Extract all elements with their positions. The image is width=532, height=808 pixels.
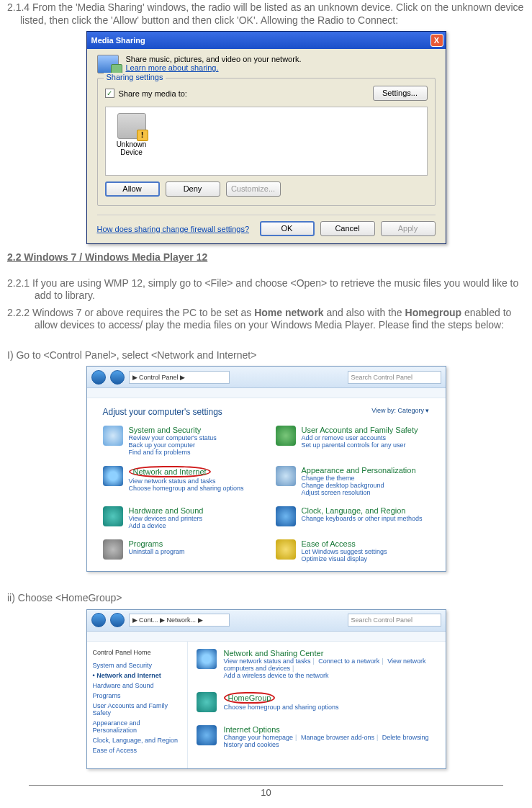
step-2-2-1: 2.2.1 If you are using WMP 12, simply go… (7, 277, 525, 302)
device-icon (117, 113, 146, 139)
text-bold: Home network (254, 307, 323, 318)
homegroup[interactable]: HomeGroup Choose homegroup and sharing o… (197, 692, 437, 712)
cancel-button[interactable]: Cancel (320, 221, 375, 236)
cp-item-sub[interactable]: Set up parental controls for any user (302, 441, 418, 449)
network-sharing-center[interactable]: Network and Sharing Center View network … (197, 649, 437, 679)
sidebar-item[interactable]: Appearance and Personalization (93, 718, 181, 735)
sidebar-item[interactable]: Programs (93, 691, 181, 701)
cp-item-clock-language[interactable]: Clock, Language, and Region Change keybo… (276, 506, 430, 529)
allow-button[interactable]: Allow (105, 181, 160, 197)
sidebar-item[interactable]: Ease of Access (93, 745, 181, 755)
dialog-title: Media Sharing (91, 36, 145, 45)
network-internet-window: ▶ Cont... ▶ Network... ▶ Search Control … (86, 609, 446, 769)
item-sub[interactable]: Manage browser add-ons (301, 734, 374, 741)
cp-item-system-security[interactable]: System and Security Review your computer… (103, 426, 257, 456)
cp-item-sub[interactable]: Change desktop background (302, 482, 416, 489)
firewall-link[interactable]: How does sharing change firewall setting… (97, 225, 250, 233)
text: 2.2.2 Windows 7 or above requires the PC… (7, 307, 254, 318)
cp-item-hardware-sound[interactable]: Hardware and Sound View devices and prin… (103, 506, 257, 529)
cp-item-sub[interactable]: Review your computer's status (129, 434, 217, 441)
forward-button[interactable] (110, 370, 125, 385)
item-sub[interactable]: Connect to a network (318, 657, 379, 665)
unknown-device-item[interactable]: Unknown Device (112, 113, 152, 156)
item-sub[interactable]: Add a wireless device to the network (224, 672, 329, 679)
cp-item-sub[interactable]: Optimize visual display (302, 555, 387, 562)
cp-item-sub[interactable]: Add or remove user accounts (302, 434, 418, 441)
address-bar[interactable]: ▶ Control Panel ▶ (129, 371, 230, 384)
learn-more-link[interactable]: Learn more about sharing. (126, 63, 219, 72)
window-toolbar: ▶ Cont... ▶ Network... ▶ Search Control … (87, 610, 446, 632)
item-title: HomeGroup (224, 692, 339, 704)
view-by-dropdown[interactable]: View by: Category ▾ (371, 407, 429, 417)
cp-item-sub[interactable]: Let Windows suggest settings (302, 548, 387, 555)
cp-item-title: Network and Internet (129, 467, 211, 476)
step-i: I) Go to <Control Panel>, select <Networ… (7, 349, 525, 362)
cp-item-sub[interactable]: Uninstall a program (129, 548, 185, 555)
search-field[interactable]: Search Control Panel (348, 614, 441, 627)
cp-item-sub[interactable]: Choose homegroup and sharing options (129, 485, 244, 492)
cp-item-sub[interactable]: Change keyboards or other input methods (302, 515, 423, 522)
figure-network-internet: ▶ Cont... ▶ Network... ▶ Search Control … (7, 609, 525, 769)
cp-item-title: Appearance and Personalization (302, 466, 416, 475)
device-list[interactable]: Unknown Device (105, 107, 428, 176)
cp-item-sub[interactable]: View network status and tasks (129, 477, 244, 485)
cp-item-title: Hardware and Sound (129, 506, 204, 515)
item-sub[interactable]: View network status and tasks (224, 657, 311, 665)
sidebar-item[interactable]: System and Security (93, 660, 181, 670)
close-icon[interactable]: X (430, 34, 443, 47)
cp-heading: Adjust your computer's settings (103, 407, 222, 417)
cp-item-title: User Accounts and Family Safety (302, 426, 418, 434)
cp-item-sub[interactable]: Change the theme (302, 475, 416, 482)
globe-icon (103, 466, 123, 486)
settings-button[interactable]: Settings... (373, 86, 428, 101)
control-panel-window: ▶ Control Panel ▶ Search Control Panel A… (86, 366, 446, 572)
forward-button[interactable] (110, 613, 125, 627)
sidebar-header: Control Panel Home (93, 649, 181, 656)
address-bar[interactable]: ▶ Cont... ▶ Network... ▶ (129, 614, 230, 627)
window-toolbar: ▶ Control Panel ▶ Search Control Panel (87, 367, 446, 388)
dialog-titlebar: Media Sharing X (87, 32, 446, 49)
cp-item-user-accounts[interactable]: User Accounts and Family Safety Add or r… (276, 426, 430, 456)
sidebar-item[interactable]: Clock, Language, and Region (93, 735, 181, 745)
item-sub[interactable]: Change your homepage (224, 734, 294, 741)
monitor-icon (276, 466, 296, 486)
page-number: 10 (29, 785, 503, 798)
text-bold: Homegroup (405, 307, 462, 318)
sidebar-item-selected[interactable]: Network and Internet (93, 670, 181, 681)
step-2-1-4: 2.1.4 From the 'Media Sharing' windows, … (7, 1, 525, 27)
clock-icon (276, 506, 296, 526)
apply-button[interactable]: Apply (381, 221, 436, 236)
cp-item-sub[interactable]: Back up your computer (129, 441, 217, 449)
item-title: Internet Options (224, 725, 437, 734)
search-field[interactable]: Search Control Panel (348, 371, 441, 384)
cp-item-network-internet[interactable]: Network and Internet View network status… (103, 466, 257, 496)
media-sharing-dialog: Media Sharing X Share music, pictures, a… (86, 31, 446, 244)
customize-button[interactable]: Customize... (226, 181, 281, 197)
sharing-settings-group: Sharing settings ✓ Share my media to: Se… (97, 78, 436, 206)
cp-item-title: System and Security (129, 426, 202, 434)
cp-item-sub[interactable]: Adjust screen resolution (302, 489, 416, 496)
cp-item-title: Programs (129, 539, 163, 548)
sidebar-item[interactable]: Hardware and Sound (93, 681, 181, 691)
deny-button[interactable]: Deny (166, 181, 220, 197)
cp-item-sub[interactable]: View devices and printers (129, 515, 204, 522)
red-circle-highlight: HomeGroup (224, 692, 276, 704)
internet-options[interactable]: Internet Options Change your homepage| M… (197, 725, 437, 748)
item-title: Network and Sharing Center (224, 649, 437, 657)
cp-item-ease-access[interactable]: Ease of Access Let Windows suggest setti… (276, 539, 430, 562)
back-button[interactable] (91, 370, 106, 385)
cp-item-programs[interactable]: Programs Uninstall a program (103, 539, 257, 562)
back-button[interactable] (91, 613, 106, 627)
cp-item-title: Clock, Language, and Region (302, 506, 406, 515)
cp-item-sub[interactable]: Find and fix problems (129, 449, 217, 456)
users-icon (276, 426, 296, 446)
ok-button[interactable]: OK (260, 221, 315, 236)
sidebar-item[interactable]: User Accounts and Family Safety (93, 701, 181, 718)
text: and also with the (324, 307, 405, 318)
media-icon (97, 55, 119, 73)
cp-item-appearance[interactable]: Appearance and Personalization Change th… (276, 466, 430, 496)
dialog-blurb: Share music, pictures, and video on your… (126, 55, 302, 63)
cp-item-sub[interactable]: Add a device (129, 522, 204, 529)
share-media-checkbox[interactable]: ✓ Share my media to: (105, 89, 187, 98)
item-sub[interactable]: Choose homegroup and sharing options (224, 704, 339, 711)
